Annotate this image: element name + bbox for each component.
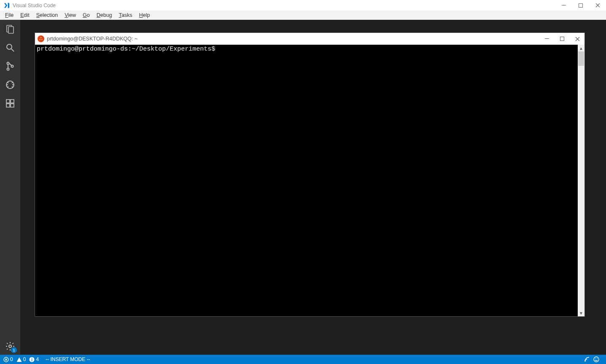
svg-point-7 [7, 68, 9, 70]
ubuntu-icon [38, 35, 44, 42]
status-editor-mode[interactable]: -- INSERT MODE -- [46, 356, 90, 362]
terminal-close-button[interactable] [573, 34, 582, 43]
status-info-count: 4 [36, 356, 39, 362]
svg-rect-10 [6, 100, 10, 103]
status-errors-count: 0 [10, 356, 13, 362]
svg-rect-0 [562, 5, 566, 5]
svg-rect-19 [545, 38, 549, 39]
status-info[interactable]: 4 [29, 356, 39, 362]
status-feed-icon[interactable] [584, 356, 590, 362]
menu-file[interactable]: File [2, 11, 17, 19]
window-close-button[interactable] [592, 0, 603, 11]
window-minimize-button[interactable] [559, 0, 569, 11]
status-warnings-count: 0 [23, 356, 26, 362]
menu-view[interactable]: View [61, 11, 79, 19]
svg-rect-24 [32, 358, 32, 359]
terminal-title: prtdomingo@DESKTOP-R4DDKQQ: ~ [47, 36, 542, 42]
activity-bar: 1 [0, 20, 20, 355]
scroll-down-icon[interactable]: ▼ [578, 310, 584, 316]
menu-edit[interactable]: Edit [17, 11, 33, 19]
source-control-icon[interactable] [4, 60, 16, 72]
main-area: 1 prtdomingo@DESKTOP-R4DDKQQ: ~ [0, 20, 606, 355]
svg-rect-20 [560, 37, 564, 41]
svg-line-5 [11, 49, 14, 51]
svg-rect-23 [32, 359, 32, 361]
explorer-icon[interactable] [4, 23, 16, 35]
terminal-maximize-button[interactable] [557, 34, 567, 43]
svg-point-4 [7, 44, 12, 49]
window-controls [559, 0, 603, 11]
menu-go[interactable]: Go [79, 11, 93, 19]
debug-icon[interactable] [4, 79, 16, 91]
menu-help[interactable]: Help [136, 11, 154, 19]
terminal-prompt: prtdomingo@prtdomingo-ds:~/Desktop/Exper… [37, 46, 215, 53]
window-titlebar: Visual Studio Code [0, 0, 606, 11]
svg-point-26 [594, 357, 599, 362]
status-bar: 0 0 4 -- INSERT MODE -- [0, 355, 606, 364]
terminal-titlebar[interactable]: prtdomingo@DESKTOP-R4DDKQQ: ~ [35, 33, 584, 45]
status-mode-text: -- INSERT MODE -- [46, 356, 90, 362]
scroll-up-icon[interactable]: ▲ [578, 45, 584, 51]
scroll-thumb[interactable] [578, 51, 584, 66]
svg-point-6 [7, 62, 9, 65]
window-title: Visual Studio Code [13, 3, 559, 8]
settings-badge: 1 [11, 347, 17, 353]
svg-rect-13 [11, 104, 14, 107]
svg-point-18 [41, 39, 42, 40]
menu-tasks[interactable]: Tasks [116, 11, 136, 19]
svg-point-27 [595, 359, 596, 359]
menu-debug[interactable]: Debug [93, 11, 116, 19]
search-icon[interactable] [4, 42, 16, 54]
extensions-icon[interactable] [4, 97, 16, 109]
svg-rect-1 [579, 3, 583, 7]
settings-gear-icon[interactable]: 1 [4, 340, 16, 352]
terminal-window: prtdomingo@DESKTOP-R4DDKQQ: ~ prtdomingo… [35, 32, 585, 317]
svg-point-14 [9, 345, 11, 348]
svg-rect-12 [6, 104, 10, 107]
terminal-body: prtdomingo@prtdomingo-ds:~/Desktop/Exper… [35, 45, 584, 316]
terminal-minimize-button[interactable] [542, 34, 552, 43]
menu-selection[interactable]: Selection [33, 11, 61, 19]
status-warnings[interactable]: 0 [16, 356, 26, 362]
terminal-scrollbar[interactable]: ▲ ▼ [578, 45, 584, 316]
svg-rect-3 [8, 27, 14, 33]
window-maximize-button[interactable] [576, 0, 586, 11]
svg-point-28 [597, 359, 598, 359]
svg-rect-11 [11, 100, 14, 103]
status-smiley-icon[interactable] [593, 356, 599, 362]
editor-area: prtdomingo@DESKTOP-R4DDKQQ: ~ prtdomingo… [20, 20, 606, 355]
menubar: File Edit Selection View Go Debug Tasks … [0, 11, 606, 20]
svg-point-16 [41, 37, 41, 38]
svg-point-17 [40, 39, 41, 40]
scroll-track[interactable] [578, 51, 584, 310]
terminal-content[interactable]: prtdomingo@prtdomingo-ds:~/Desktop/Exper… [35, 45, 578, 316]
terminal-window-controls [542, 34, 582, 43]
status-errors[interactable]: 0 [3, 356, 13, 362]
vscode-logo-icon [3, 2, 10, 9]
svg-point-25 [585, 361, 586, 361]
